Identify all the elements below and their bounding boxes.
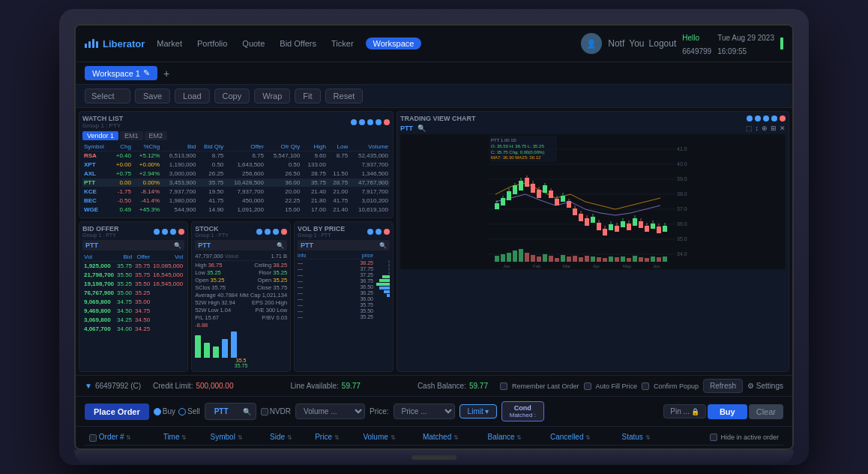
table-row[interactable]: RSA +0.40 +5.12% 6,513,900 8.75 6.75 5,5… [82, 152, 390, 160]
col-time[interactable]: Time ⇅ [159, 430, 206, 445]
clear-button[interactable]: Clear [749, 404, 783, 419]
confirm-popup-check[interactable] [642, 382, 649, 390]
ctrl-dot-blue3[interactable] [367, 119, 373, 125]
table-row[interactable]: 9,469,800 34.50 34.75 [82, 307, 184, 316]
col-matched[interactable]: Matched ⇅ [418, 430, 483, 445]
price-select[interactable]: Price ... [394, 404, 455, 419]
stock-search[interactable]: PTT 🔍 [195, 240, 287, 250]
col-symbol[interactable]: Symbol ⇅ [206, 430, 265, 445]
table-row[interactable]: 1,925,000 35.75 35.75 10,085,000 [82, 262, 184, 271]
table-row[interactable]: BEC -0.50 -41.4% 1,980,000 41.75 450,000… [82, 196, 390, 206]
settings-button[interactable]: ⚙ Settings [747, 382, 783, 390]
nav-bid-offers[interactable]: Bid Offers [277, 38, 319, 50]
c-ctrl3[interactable] [763, 116, 769, 122]
chart-tool-3[interactable]: ⊕ [762, 124, 768, 132]
limit-button[interactable]: Limit ▾ [459, 404, 497, 418]
pin-button[interactable]: Pin ... 🔒 [663, 404, 706, 418]
symbol-search-icon[interactable]: 🔍 [243, 408, 251, 416]
col-cancelled[interactable]: Cancelled ⇅ [546, 430, 617, 445]
place-order-button[interactable]: Place Order [85, 404, 149, 420]
save-button[interactable]: Save [135, 88, 170, 104]
sort-status[interactable]: ⇅ [645, 434, 651, 441]
vol-search[interactable]: PTT 🔍 [298, 240, 390, 250]
sell-radio[interactable]: Sell [178, 407, 200, 416]
c-ctrl5[interactable] [780, 116, 786, 122]
tab-em1[interactable]: EM1 [120, 131, 143, 140]
sort-order-num[interactable]: ⇅ [126, 434, 131, 441]
table-row[interactable]: 76,767,900 35.00 35.25 [82, 289, 184, 298]
chart-tool-4[interactable]: ⊞ [771, 124, 777, 132]
tab-em2[interactable]: EM2 [145, 131, 168, 140]
table-row[interactable]: 19,198,700 35.25 35.50 16,545,000 [82, 280, 184, 289]
sort-cancelled[interactable]: ⇅ [585, 434, 591, 441]
ctrl-dot-red[interactable] [384, 119, 390, 125]
col-volume[interactable]: Volume ⇅ [358, 430, 418, 445]
table-row[interactable]: XPT +0.00 +0.00% 1,190,000 0.50 1,643,50… [82, 160, 390, 170]
nvdr-check[interactable] [261, 408, 268, 416]
chart-search-icon[interactable]: 🔍 [418, 124, 426, 132]
bo-ctrl4[interactable] [178, 229, 184, 235]
symbol-input[interactable] [210, 405, 240, 418]
notif-icon[interactable]: Notf [608, 38, 624, 49]
workspace-tab[interactable]: Workspace 1 ✎ [85, 66, 157, 80]
s-ctrl2[interactable] [265, 229, 271, 235]
select-dropdown[interactable]: Select [85, 88, 130, 104]
stock-search-icon[interactable]: 🔍 [277, 242, 284, 249]
load-button[interactable]: Load [175, 88, 209, 104]
col-price[interactable]: Price ⇅ [310, 430, 358, 445]
nav-workspace[interactable]: Workspace [366, 38, 422, 50]
symbol-input-group[interactable]: 🔍 [205, 403, 256, 420]
sort-price[interactable]: ⇅ [334, 434, 340, 441]
c-ctrl1[interactable] [747, 116, 753, 122]
table-row[interactable]: PTT 0.00 0.00% 3,453,900 35.75 10,428,50… [82, 178, 390, 188]
table-row[interactable]: 21,798,700 35.50 35.75 16,545,000 [82, 271, 184, 280]
col-balance[interactable]: Balance ⇅ [483, 430, 546, 445]
sort-balance[interactable]: ⇅ [516, 434, 522, 441]
c-ctrl2[interactable] [755, 116, 761, 122]
refresh-button[interactable]: Refresh [703, 379, 743, 393]
table-row[interactable]: KCE -1.75 -8.14% 7,937,700 19.50 7,937,7… [82, 188, 390, 196]
buy-radio[interactable]: Buy [154, 407, 175, 416]
add-workspace-button[interactable]: + [163, 68, 169, 80]
s-ctrl3[interactable] [273, 229, 279, 235]
chart-tool-5[interactable]: ✕ [780, 124, 786, 132]
tab-vendor1[interactable]: Vendor 1 [82, 131, 118, 140]
table-row[interactable]: 3,069,800 34.25 34.50 [82, 316, 184, 325]
nav-quote[interactable]: Quote [239, 38, 268, 50]
avatar[interactable]: 👤 [581, 33, 602, 54]
wrap-button[interactable]: Wrap [254, 88, 290, 104]
bo-ctrl1[interactable] [154, 229, 160, 235]
v-ctrl1[interactable] [367, 229, 373, 235]
table-row[interactable]: 4,067,700 34.00 34.25 [82, 325, 184, 334]
select-all-check[interactable] [89, 434, 97, 442]
bo-ctrl2[interactable] [162, 229, 168, 235]
ctrl-dot-blue[interactable] [351, 119, 357, 125]
sort-matched[interactable]: ⇅ [453, 434, 459, 441]
nav-portfolio[interactable]: Portfolio [194, 38, 230, 50]
ctrl-dot-blue4[interactable] [376, 119, 382, 125]
reset-button[interactable]: Reset [325, 88, 364, 104]
table-row[interactable]: AXL +0.75 +2.94% 3,000,000 26.25 256,600… [82, 170, 390, 178]
table-row[interactable]: WGE 0.49 +45.3% 544,900 14.90 1,091,200 … [82, 206, 390, 214]
sort-volume[interactable]: ⇅ [391, 434, 396, 441]
sort-symbol[interactable]: ⇅ [238, 434, 243, 441]
nav-market[interactable]: Market [154, 38, 185, 50]
s-ctrl4[interactable] [281, 229, 287, 235]
hide-active-label[interactable]: Hide in active order [710, 434, 779, 441]
col-status[interactable]: Status ⇅ [617, 430, 671, 445]
s-ctrl1[interactable] [256, 229, 262, 235]
c-ctrl4[interactable] [771, 116, 777, 122]
chart-tool-2[interactable]: ↕ [756, 124, 759, 132]
chart-tool-1[interactable]: ⬚ [746, 124, 753, 132]
fit-button[interactable]: Fit [295, 88, 320, 104]
bo-ctrl3[interactable] [170, 229, 176, 235]
table-row[interactable]: 9,069,800 34.75 35.00 [82, 298, 184, 307]
v-ctrl2[interactable] [376, 229, 382, 235]
buy-button[interactable]: Buy [708, 404, 747, 419]
cond-button[interactable]: Cond Matched : [501, 401, 544, 422]
sort-side[interactable]: ⇅ [287, 434, 292, 441]
v-ctrl3[interactable] [384, 229, 390, 235]
copy-button[interactable]: Copy [214, 88, 250, 104]
col-side[interactable]: Side ⇅ [265, 430, 310, 445]
remember-last-order-check[interactable] [500, 382, 507, 390]
